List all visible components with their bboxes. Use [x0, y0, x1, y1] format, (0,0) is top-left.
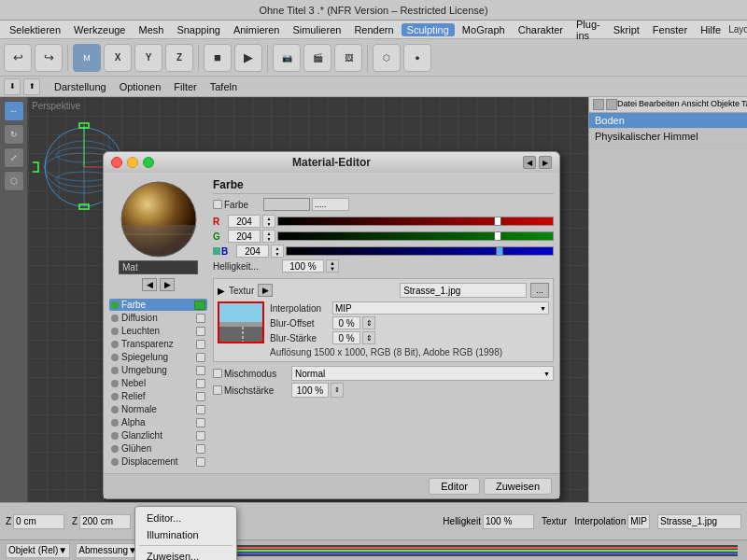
textur-arrow[interactable]: ▶ [218, 286, 225, 296]
panel-item-boden[interactable]: Boden [589, 113, 747, 129]
menu-selektieren[interactable]: Selektieren [4, 23, 66, 36]
menu-rendern[interactable]: Rendern [348, 23, 399, 36]
minimize-btn[interactable] [127, 157, 138, 168]
farbe-check[interactable] [213, 200, 222, 209]
textur-filename[interactable]: Strasse_1.jpg [400, 283, 527, 298]
channel-normale-check[interactable] [196, 405, 205, 414]
obj-btn[interactable]: ⬡ [373, 44, 401, 72]
menu-hilfe[interactable]: Hilfe [695, 23, 726, 36]
sidebar-rotate-btn[interactable]: ↻ [4, 124, 24, 145]
r-value[interactable]: 204 [228, 215, 261, 228]
b-slider[interactable] [286, 246, 554, 256]
mode-x-btn[interactable]: X [104, 44, 132, 72]
spinner-down[interactable]: ▼ [327, 266, 338, 272]
b-handle[interactable] [496, 246, 503, 256]
blur-staerke-spinner[interactable]: ⇕ [362, 331, 375, 344]
r-spinner[interactable]: ▲▼ [262, 215, 275, 228]
channel-glanzlicht-check[interactable] [196, 431, 205, 441]
sb-helligkeit-input[interactable]: 100 % [483, 514, 534, 529]
textur-thumbnail[interactable] [218, 301, 264, 343]
channel-displacement[interactable]: Displacement [109, 455, 207, 468]
mischstaerke-spinner[interactable]: ⇕ [331, 383, 344, 398]
menu-simulieren[interactable]: Simulieren [287, 23, 346, 36]
close-btn[interactable] [111, 157, 122, 168]
redo-btn[interactable]: ↪ [35, 44, 63, 72]
mat-btn[interactable]: ● [403, 44, 431, 72]
channel-alpha-check[interactable] [196, 418, 205, 427]
stop-btn[interactable]: ■ [204, 44, 232, 72]
darstellung-menu[interactable]: Darstellung [49, 80, 111, 93]
panel-item-himmel[interactable]: Physikalischer Himmel [589, 129, 747, 145]
mischstaerke-value[interactable]: 100 % [291, 383, 329, 398]
play-btn[interactable]: ▶ [234, 44, 262, 72]
mode-z-btn[interactable]: Z [165, 44, 193, 72]
zuweisen-btn[interactable]: Zuweisen [484, 478, 552, 495]
channel-transparenz-check[interactable] [196, 340, 205, 349]
menu-skript[interactable]: Skript [608, 23, 645, 36]
channel-nebel[interactable]: Nebel [109, 377, 207, 389]
filter-menu[interactable]: Filter [169, 80, 201, 93]
menu-plugins[interactable]: Plug-ins [571, 18, 606, 42]
sidebar-move-btn[interactable]: ↔ [4, 101, 24, 121]
b-value[interactable]: 204 [236, 245, 269, 258]
blur-offset-spinner[interactable]: ⇕ [362, 316, 375, 329]
tafeln-menu[interactable]: Tafeln [205, 80, 242, 93]
channel-glanzlicht[interactable]: Glanzlicht [109, 429, 207, 441]
arrow-down-icon[interactable]: ⬇ [4, 78, 21, 95]
channel-diffusion-check[interactable] [196, 314, 205, 323]
render-btn[interactable]: 🎬 [303, 44, 331, 72]
g-spinner[interactable]: ▲▼ [262, 230, 275, 243]
b-spinner[interactable]: ▲▼ [271, 245, 284, 258]
maximize-btn[interactable] [143, 157, 154, 168]
undo-btn[interactable]: ↩ [4, 44, 32, 72]
channel-transparenz[interactable]: Transparenz [109, 338, 207, 350]
mischmodus-check[interactable] [213, 369, 222, 378]
channel-farbe[interactable]: Farbe [109, 299, 207, 311]
dialog-grow-btn[interactable]: ▶ [539, 156, 552, 169]
mode-y-btn[interactable]: Y [134, 44, 162, 72]
sb-filename-input[interactable]: Strasse_1.jpg [657, 514, 741, 529]
channel-relief[interactable]: Relief [109, 390, 207, 402]
abmessung-dropdown[interactable]: Abmessung ▼ [76, 543, 140, 558]
cam-btn[interactable]: 📷 [273, 44, 301, 72]
channel-farbe-check[interactable] [194, 301, 205, 310]
channel-normale[interactable]: Normale [109, 403, 207, 415]
farbe-dropdown[interactable]: ..... [312, 198, 349, 211]
preview-right-btn[interactable]: ▶ [160, 278, 175, 291]
panel-datei[interactable]: Datei [617, 99, 637, 110]
panel-ansicht[interactable]: Ansicht [682, 99, 710, 110]
z-input2[interactable]: 200 cm [79, 514, 131, 529]
menu-mesh[interactable]: Mesh [133, 23, 169, 36]
channel-gluehen-check[interactable] [196, 444, 205, 454]
menu-animieren[interactable]: Animieren [228, 23, 286, 36]
menu-sculpting[interactable]: Sculpting [402, 23, 455, 36]
channel-umgebung[interactable]: Umgebung [109, 364, 207, 376]
blur-offset-value[interactable]: 0 % [332, 316, 360, 329]
z-input1[interactable]: 0 cm [13, 514, 64, 529]
mischstaerke-check[interactable] [213, 385, 222, 395]
sidebar-scale-btn[interactable]: ⤢ [4, 147, 24, 168]
r-handle[interactable] [494, 217, 501, 226]
menu-werkzeuge[interactable]: Werkzeuge [68, 23, 131, 36]
optionen-menu[interactable]: Optionen [115, 80, 166, 93]
textur-toggle-btn[interactable]: ▶ [258, 284, 273, 297]
preview-left-btn[interactable]: ◀ [142, 278, 157, 291]
channel-leuchten-check[interactable] [196, 327, 205, 336]
arrow-right-icon[interactable]: ⬆ [23, 78, 40, 95]
channel-leuchten[interactable]: Leuchten [109, 325, 207, 337]
mischmodus-dropdown[interactable]: Normal [291, 366, 554, 381]
panel-bearbeiten[interactable]: Bearbeiten [639, 99, 680, 110]
blur-staerke-value[interactable]: 0 % [332, 331, 360, 344]
panel-objekte[interactable]: Objekte [711, 99, 740, 110]
helligkeit-value[interactable]: 100 % [282, 259, 324, 273]
channel-diffusion[interactable]: Diffusion [109, 312, 207, 324]
r-slider[interactable] [277, 217, 554, 226]
panel-tags[interactable]: Tags [741, 99, 747, 110]
objekt-rel-dropdown[interactable]: Objekt (Rel) ▼ [6, 543, 70, 558]
panel-icon2[interactable] [606, 99, 617, 110]
dialog-shrink-btn[interactable]: ◀ [523, 156, 536, 169]
g-handle[interactable] [494, 231, 501, 241]
editor-btn[interactable]: Editor [429, 478, 480, 495]
channel-gluehen[interactable]: Glühen [109, 442, 207, 455]
anwenden-dropdown[interactable]: Anwenden [146, 543, 195, 558]
